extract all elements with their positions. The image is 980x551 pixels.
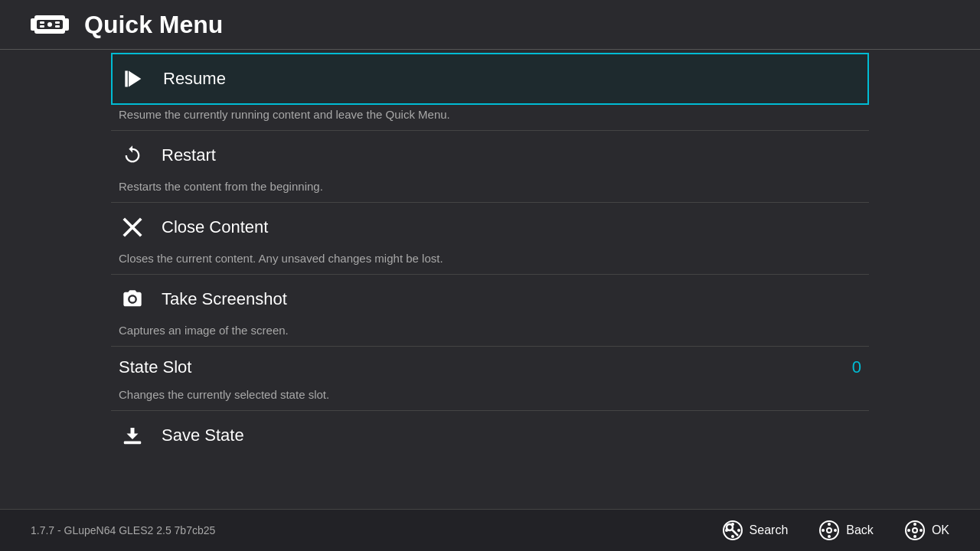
svg-point-32 bbox=[913, 535, 916, 538]
svg-rect-14 bbox=[124, 442, 142, 445]
close-content-description: Closes the current content. Any unsaved … bbox=[111, 252, 869, 274]
svg-point-23 bbox=[822, 529, 825, 532]
svg-point-27 bbox=[827, 528, 831, 533]
back-icon bbox=[818, 520, 840, 541]
svg-point-30 bbox=[913, 523, 916, 526]
svg-line-16 bbox=[732, 530, 738, 536]
close-content-label: Close Content bbox=[162, 217, 268, 237]
header: Quick Menu bbox=[0, 0, 980, 50]
menu-item-state-slot[interactable]: State Slot 0 Changes the currently selec… bbox=[111, 347, 869, 411]
take-screenshot-description: Captures an image of the screen. bbox=[111, 324, 869, 346]
save-icon bbox=[119, 422, 146, 449]
menu-item-close-content[interactable]: Close Content Closes the current content… bbox=[111, 203, 869, 275]
footer-actions: Search Back OK bbox=[722, 520, 949, 541]
close-icon bbox=[119, 214, 146, 241]
ok-label: OK bbox=[932, 523, 949, 537]
svg-point-29 bbox=[907, 529, 910, 532]
search-label: Search bbox=[750, 523, 789, 537]
svg-rect-6 bbox=[55, 21, 60, 24]
svg-point-19 bbox=[731, 523, 734, 526]
svg-point-21 bbox=[731, 535, 734, 538]
svg-point-13 bbox=[130, 297, 136, 302]
svg-point-26 bbox=[828, 535, 831, 538]
svg-rect-7 bbox=[55, 25, 60, 28]
footer: 1.7.7 - GLupeN64 GLES2 2.5 7b7cb25 Searc… bbox=[0, 509, 980, 551]
svg-rect-8 bbox=[47, 22, 52, 27]
page-title: Quick Menu bbox=[84, 11, 223, 39]
svg-point-20 bbox=[737, 529, 740, 532]
restart-icon bbox=[119, 142, 146, 169]
ok-action[interactable]: OK bbox=[904, 520, 949, 541]
svg-point-31 bbox=[920, 529, 923, 532]
menu-item-take-screenshot[interactable]: Take Screenshot Captures an image of the… bbox=[111, 275, 869, 347]
restart-label: Restart bbox=[162, 145, 216, 165]
menu-list: Resume Resume the currently running cont… bbox=[0, 50, 980, 509]
take-screenshot-label: Take Screenshot bbox=[162, 289, 287, 309]
state-slot-description: Changes the currently selected state slo… bbox=[111, 388, 869, 410]
resume-description: Resume the currently running content and… bbox=[111, 108, 869, 130]
svg-rect-5 bbox=[40, 25, 44, 28]
menu-item-save-state[interactable]: Save State bbox=[111, 411, 869, 460]
search-action[interactable]: Search bbox=[722, 520, 789, 541]
state-slot-label: State Slot bbox=[119, 357, 191, 377]
menu-item-resume[interactable]: Resume Resume the currently running cont… bbox=[111, 53, 869, 131]
svg-rect-10 bbox=[125, 71, 128, 87]
svg-point-18 bbox=[725, 529, 728, 532]
svg-point-33 bbox=[913, 528, 917, 533]
state-slot-value: 0 bbox=[852, 357, 861, 377]
version-text: 1.7.7 - GLupeN64 GLES2 2.5 7b7cb25 bbox=[31, 524, 722, 536]
save-state-label: Save State bbox=[162, 425, 244, 445]
play-icon bbox=[120, 65, 148, 93]
svg-rect-4 bbox=[40, 21, 44, 24]
svg-marker-9 bbox=[129, 71, 141, 87]
camera-icon bbox=[119, 285, 146, 313]
ok-icon bbox=[904, 520, 926, 541]
menu-item-restart[interactable]: Restart Restarts the content from the be… bbox=[111, 131, 869, 203]
restart-description: Restarts the content from the beginning. bbox=[111, 180, 869, 202]
back-action[interactable]: Back bbox=[818, 520, 874, 541]
search-icon bbox=[722, 520, 743, 541]
svg-point-25 bbox=[834, 529, 837, 532]
svg-point-24 bbox=[828, 523, 831, 526]
gamepad-icon bbox=[31, 9, 69, 40]
back-label: Back bbox=[846, 523, 874, 537]
resume-label: Resume bbox=[163, 69, 226, 89]
